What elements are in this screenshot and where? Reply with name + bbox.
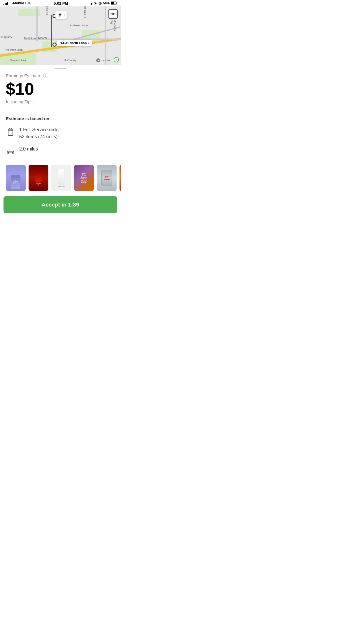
status-left: T-Mobile LTE	[3, 1, 31, 5]
earnings-amount: $10	[6, 80, 115, 97]
map-pin-end	[52, 43, 57, 47]
home-popup-arrow: ›	[64, 13, 65, 17]
battery-icon	[111, 1, 117, 5]
bag-icon	[6, 126, 15, 137]
product-cranberry-sauce: OceanSpray CRANBERRY	[97, 165, 117, 191]
network-label: LTE	[25, 1, 32, 5]
road-label-mcallister: McAllister Fwy	[110, 20, 116, 34]
order-line2: 52 items (74 units)	[19, 133, 60, 140]
status-time: 5:02 PM	[54, 1, 68, 6]
svg-point-14	[8, 152, 9, 154]
carrier-label: T-Mobile	[10, 1, 24, 5]
alarm-icon	[99, 1, 102, 5]
order-text: 1 Full-Service order 52 items (74 units)	[19, 126, 60, 140]
product-organic-carrots: SimpleTruthOrganicsPetite Cut& PeeledCar…	[74, 165, 94, 191]
map-area[interactable]: North Loop 1604 W Anderson Loop Anderson…	[0, 6, 121, 65]
store-popup-label: H-E-B North Loop	[60, 41, 87, 45]
svg-point-15	[12, 152, 13, 154]
location-icon	[94, 2, 97, 5]
road-label-northloop: North Loop 1604 W	[24, 37, 47, 40]
mapbox-info-button[interactable]: i	[114, 57, 119, 62]
svg-rect-10	[111, 2, 114, 4]
including-tips-label: Including Tips	[6, 99, 115, 104]
svg-rect-4	[91, 3, 92, 5]
area-label-shayano: Shayano Park	[10, 59, 26, 62]
vertical-road	[36, 6, 38, 41]
signal-icon	[3, 1, 9, 5]
product-uncle-sam-cereal: UncleSamCereal	[120, 165, 121, 191]
road-label-stoneoak: Stone Oak Pl	[83, 6, 86, 18]
svg-marker-12	[58, 13, 62, 17]
store-popup[interactable]: H-E-B North Loop ›	[57, 40, 92, 46]
road-label-anderson-right: Anderson Loop	[70, 24, 88, 27]
estimate-section: Estimate is based on: 1 Full-Service ord…	[0, 116, 121, 157]
order-detail-row: 1 Full-Service order 52 items (74 units)	[6, 126, 115, 140]
accept-button[interactable]: Accept in 1:39	[3, 196, 117, 213]
road-label-blanco: Blanco Rd	[46, 6, 49, 15]
svg-marker-5	[94, 2, 97, 5]
map-background: North Loop 1604 W Anderson Loop Anderson…	[0, 6, 121, 65]
status-right: 56%	[90, 1, 117, 5]
mapbox-logo: ● mapbox	[96, 58, 110, 62]
car-icon	[6, 146, 15, 157]
products-row: CoffeeCreamer KeratinOil PANTENE SimpleT…	[0, 162, 121, 194]
product-coffee-creamer: CoffeeCreamer	[6, 165, 26, 191]
drag-handle	[55, 68, 66, 69]
earnings-label-text: Earnings Estimate	[6, 73, 41, 78]
miles-text: 2.0 miles	[19, 146, 38, 153]
lock-icon	[90, 1, 93, 5]
earnings-section: Earnings Estimate i $10 Including Tips	[0, 73, 121, 104]
battery-percent: 56%	[103, 1, 110, 5]
estimate-title: Estimate is based on:	[6, 116, 115, 121]
area-label-quarry: in Quarry	[1, 36, 12, 38]
miles-detail-row: 2.0 miles	[6, 146, 115, 157]
status-bar: T-Mobile LTE 5:02 PM 56%	[0, 0, 121, 6]
product-pantene-conditioner: PANTENE	[51, 165, 71, 191]
home-popup: ›	[55, 11, 67, 19]
earnings-info-button[interactable]: i	[43, 73, 48, 78]
store-popup-arrow: ›	[88, 41, 89, 45]
home-popup-icon	[58, 13, 62, 17]
svg-rect-11	[117, 3, 117, 4]
section-divider	[0, 110, 121, 110]
mapbox-icon: ●	[96, 58, 100, 62]
route-badge: 281	[108, 9, 118, 19]
right-vertical-road	[105, 6, 106, 65]
svg-rect-1	[5, 3, 6, 5]
svg-rect-0	[3, 4, 4, 5]
route-line	[51, 15, 52, 47]
svg-rect-2	[6, 3, 7, 5]
road-label-anderson-left: Anderson Loop	[5, 48, 23, 51]
product-keratin-shampoo: KeratinOil	[29, 165, 48, 191]
order-line1: 1 Full-Service order	[19, 126, 60, 133]
earnings-label-row: Earnings Estimate i	[6, 73, 115, 78]
area-label-hillcountry: Hill Country	[63, 59, 76, 62]
svg-rect-3	[7, 2, 8, 5]
